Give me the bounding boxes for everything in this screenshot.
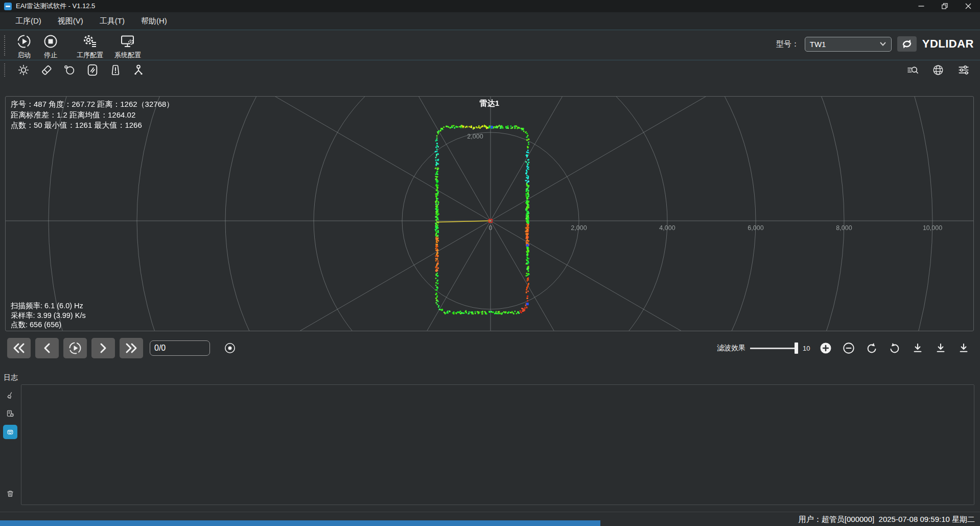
eraser-button[interactable] bbox=[37, 62, 56, 78]
last-frame-button[interactable] bbox=[120, 338, 143, 358]
stat-line-3: 点数：50 最小值：1261 最大值：1266 bbox=[11, 120, 174, 131]
zoom-in-button[interactable] bbox=[816, 339, 835, 357]
robot-icon bbox=[6, 425, 14, 439]
stat-line-2: 距离标准差：1.2 距离均值：1264.02 bbox=[11, 110, 174, 121]
road-warning-button[interactable] bbox=[106, 62, 125, 78]
lasso-button[interactable] bbox=[60, 62, 79, 78]
play-dashed-circle-icon bbox=[68, 341, 82, 355]
download-icon bbox=[912, 340, 924, 356]
clear-log-button[interactable] bbox=[3, 388, 17, 403]
stop-circle-icon bbox=[43, 34, 58, 49]
titlebar: EAI雷达测试软件 - V1.12.5 bbox=[0, 0, 980, 12]
system-config-button[interactable]: 系统配置 bbox=[109, 33, 147, 60]
play-circle-icon bbox=[16, 34, 32, 49]
menu-process[interactable]: 工序(D) bbox=[7, 14, 50, 29]
model-select-value: TW1 bbox=[810, 40, 826, 49]
close-button[interactable] bbox=[956, 0, 980, 12]
menubar: 工序(D) 视图(V) 工具(T) 帮助(H) bbox=[0, 12, 980, 30]
chevron-right-icon bbox=[97, 342, 109, 354]
record-button[interactable] bbox=[221, 339, 239, 357]
sliders-button[interactable] bbox=[954, 62, 973, 78]
menu-help[interactable]: 帮助(H) bbox=[133, 14, 175, 29]
start-button[interactable]: 启动 bbox=[11, 33, 37, 60]
point-count: 点数: 656 (656) bbox=[11, 320, 86, 330]
zoom-out-button[interactable] bbox=[839, 339, 858, 357]
restore-button[interactable] bbox=[933, 0, 956, 12]
double-chevron-left-icon bbox=[12, 342, 26, 354]
model-label: 型号： bbox=[776, 39, 799, 49]
filter-value: 10 bbox=[803, 345, 812, 352]
sample-rate: 采样率: 3.99 (3.99) K/s bbox=[11, 311, 86, 321]
slider-track bbox=[750, 348, 798, 349]
menu-tools[interactable]: 工具(T) bbox=[91, 14, 133, 29]
download-icon bbox=[958, 340, 970, 356]
delete-log-button[interactable] bbox=[3, 487, 17, 501]
double-chevron-right-icon bbox=[125, 342, 138, 354]
toolbar-right: 型号： TW1 YDLIDAR bbox=[776, 36, 980, 52]
scan-frequency: 扫描频率: 6.1 (6.0) Hz bbox=[11, 301, 86, 311]
chevron-down-icon bbox=[879, 41, 886, 47]
viewbar-drag-handle[interactable] bbox=[4, 63, 7, 77]
search-list-button[interactable] bbox=[903, 62, 922, 78]
filter-slider[interactable] bbox=[750, 342, 798, 354]
view-toolbar bbox=[0, 60, 980, 80]
process-config-button[interactable]: 工序配置 bbox=[71, 33, 109, 60]
note-slash-button[interactable] bbox=[83, 62, 102, 78]
gear-list-icon bbox=[82, 34, 98, 49]
export-image-button[interactable] bbox=[931, 339, 950, 357]
slider-handle[interactable] bbox=[795, 342, 798, 354]
radar-plot: 雷达1 序号：487 角度：267.72 距离：1262（32768） 距离标准… bbox=[5, 96, 974, 331]
globe-button[interactable] bbox=[929, 62, 947, 78]
viewbar-right bbox=[903, 62, 980, 78]
filter-effect-label: 滤波效果 bbox=[717, 344, 745, 353]
first-frame-button[interactable] bbox=[7, 338, 31, 358]
minimize-button[interactable] bbox=[909, 0, 933, 12]
stop-label: 停止 bbox=[44, 51, 57, 60]
menu-view[interactable]: 视图(V) bbox=[50, 14, 91, 29]
rotate-clockwise-icon bbox=[866, 340, 878, 356]
status-progress-strip bbox=[0, 520, 600, 526]
topology-button[interactable] bbox=[129, 62, 148, 78]
toolbar-drag-handle[interactable] bbox=[4, 35, 7, 56]
radar-stats-bottom: 扫描频率: 6.1 (6.0) Hz 采样率: 3.99 (3.99) K/s … bbox=[11, 301, 86, 330]
next-frame-button[interactable] bbox=[91, 338, 115, 358]
broom-icon bbox=[6, 389, 14, 402]
statusbar: 用户：超管员[000000] 2025-07-08 09:59:10 星期二 bbox=[0, 512, 980, 526]
app-window: EAI雷达测试软件 - V1.12.5 工序(D) 视图(V) 工具(T) 帮助… bbox=[0, 0, 980, 526]
brand-logo: YDLIDAR bbox=[922, 37, 974, 51]
model-select[interactable]: TW1 bbox=[805, 37, 892, 52]
export-report-button[interactable] bbox=[954, 339, 973, 357]
window-title: EAI雷达测试软件 - V1.12.5 bbox=[16, 2, 95, 11]
stat-line-1: 序号：487 角度：267.72 距离：1262（32768） bbox=[11, 99, 174, 110]
rotate-counterclockwise-icon bbox=[889, 340, 901, 356]
topology-icon bbox=[132, 63, 145, 77]
frame-counter-input[interactable] bbox=[150, 340, 210, 356]
refresh-model-button[interactable] bbox=[897, 36, 917, 52]
log-history-button[interactable] bbox=[3, 406, 17, 421]
lasso-icon bbox=[63, 63, 76, 77]
sliders-icon bbox=[958, 63, 970, 77]
log-label: 日志 bbox=[4, 373, 18, 382]
radar-canvas[interactable] bbox=[6, 97, 973, 331]
monitor-gear-icon bbox=[120, 34, 136, 49]
process-config-label: 工序配置 bbox=[77, 51, 103, 60]
rotate-cw-button[interactable] bbox=[862, 339, 881, 357]
export-data-button[interactable] bbox=[908, 339, 927, 357]
window-controls bbox=[909, 0, 980, 12]
start-label: 启动 bbox=[17, 51, 31, 60]
download-icon bbox=[935, 340, 947, 356]
status-user-time: 用户：超管员[000000] 2025-07-08 09:59:10 星期二 bbox=[799, 515, 975, 524]
play-frames-button[interactable] bbox=[63, 338, 87, 358]
app-logo-icon bbox=[4, 3, 12, 10]
log-panel[interactable] bbox=[21, 384, 974, 505]
rotate-ccw-button[interactable] bbox=[885, 339, 904, 357]
circular-arrows-icon bbox=[901, 38, 913, 50]
stop-button[interactable]: 停止 bbox=[37, 33, 64, 60]
prev-frame-button[interactable] bbox=[35, 338, 59, 358]
close-icon bbox=[965, 3, 971, 9]
note-slash-icon bbox=[86, 63, 99, 77]
device-log-button[interactable] bbox=[3, 425, 17, 439]
clipboard-clock-icon bbox=[6, 407, 14, 420]
brightness-icon bbox=[17, 63, 30, 77]
brightness-button[interactable] bbox=[14, 62, 33, 78]
